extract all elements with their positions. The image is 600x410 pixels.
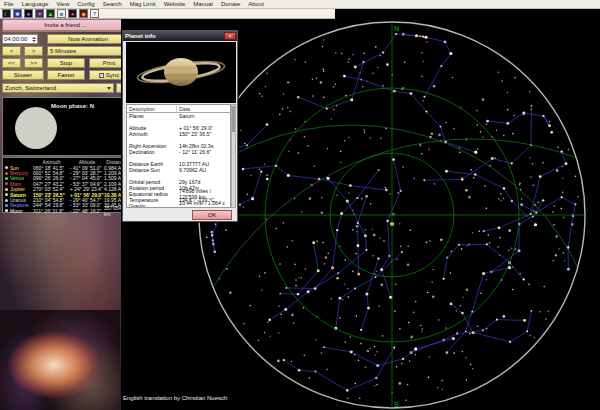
dialog-title-bar[interactable]: Planet info (123, 31, 237, 41)
moon-phase-title: Moon phase: N (51, 103, 94, 109)
toolbar-icon[interactable]: ◆ (79, 9, 88, 18)
menu-item[interactable]: About (244, 1, 268, 7)
fast-forward-button[interactable]: >> (24, 58, 43, 68)
south-label: S (394, 401, 399, 408)
planet-color-dot (5, 182, 8, 185)
toolbar-icon[interactable]: ? (90, 9, 99, 18)
menu-item[interactable]: Website (160, 1, 190, 7)
slower-button[interactable]: Slower (2, 70, 44, 80)
menu-item[interactable]: Config (73, 1, 98, 7)
location-select[interactable]: Zurich, Switzerland (2, 83, 114, 93)
control-panel: Freitag, 21. Dezember 2012 04:00:00 Now … (0, 19, 133, 410)
menu-item[interactable]: Mag Limit (126, 1, 160, 7)
interval-select[interactable]: 5 Minutes (47, 46, 129, 56)
planet-color-dot (5, 188, 8, 191)
menu-item[interactable]: Donate (217, 1, 244, 7)
planet-color-dot (5, 193, 8, 196)
saturn-image (126, 42, 236, 103)
now-animation-button[interactable]: Now Animation (47, 34, 129, 44)
planet-color-dot (5, 172, 8, 175)
fast-back-button[interactable]: << (2, 58, 21, 68)
menu-item[interactable]: File (0, 1, 18, 7)
moon-phase-panel: Moon phase: N (2, 97, 129, 156)
planet-info-dialog: Planet info × (122, 30, 238, 222)
menu-bar: FileLanguageViewConfigSearchMag LimitWeb… (0, 0, 600, 9)
dialog-data-table: Description Data Planet Saturn (126, 104, 231, 208)
toolbar-icon[interactable]: ★ (13, 9, 22, 18)
dialog-scrollbar[interactable] (231, 104, 236, 208)
action-button[interactable]: Invite a friend ... (2, 19, 129, 31)
stop-button[interactable]: Stop (47, 58, 85, 68)
planet-color-dot (5, 199, 8, 202)
toolbar-icon[interactable]: ■ (57, 9, 66, 18)
dialog-table-row: Gravity 10.44 m/s² / 1.064 x Earth (127, 203, 230, 208)
nebula-photo (0, 310, 120, 410)
toolbar-icon[interactable]: ☾ (2, 9, 11, 18)
step-forward-button[interactable]: > (24, 46, 43, 56)
credit-text: English translation by Christian Nuesch (123, 395, 227, 401)
menu-item[interactable]: Language (18, 1, 53, 7)
ok-button[interactable]: OK (192, 210, 232, 220)
menu-item[interactable]: Manual (189, 1, 217, 7)
toolbar-icon[interactable]: ● (68, 9, 77, 18)
menu-item[interactable]: View (52, 1, 73, 7)
time-input[interactable]: 04:00:00 (2, 34, 38, 44)
planet-color-dot (5, 204, 8, 207)
chevron-down-icon (107, 87, 111, 90)
menu-item[interactable]: Search (99, 1, 126, 7)
toolbar-icon[interactable]: ▲ (46, 9, 55, 18)
faster-button[interactable]: Faster (47, 70, 85, 80)
sync-checkbox[interactable]: ✓ (99, 73, 104, 78)
dialog-title: Planet info (125, 33, 156, 39)
planet-table: Azimuth Altitude Distance Sun 060° 18' 4… (2, 157, 129, 213)
toolbar: ☾ ★ ● ★ ▲ ■ (0, 9, 600, 19)
step-back-button[interactable]: < (2, 46, 21, 56)
planet-row[interactable]: Moon 311° 26' 31.8" - 22° 48' 18.2" 357'… (3, 208, 128, 213)
toolbar-icon[interactable]: ● (24, 9, 33, 18)
toolbar-icon[interactable]: ★ (35, 9, 44, 18)
planet-color-dot (5, 166, 8, 169)
moon-image (15, 107, 57, 149)
north-label: N (394, 25, 399, 32)
time-spinner[interactable] (32, 37, 36, 42)
dialog-table-header: Description Data (127, 105, 230, 113)
planet-color-dot (5, 177, 8, 180)
application-window: FileLanguageViewConfigSearchMag LimitWeb… (0, 0, 600, 410)
planet-color-dot (5, 209, 8, 212)
close-icon[interactable]: × (224, 32, 236, 40)
